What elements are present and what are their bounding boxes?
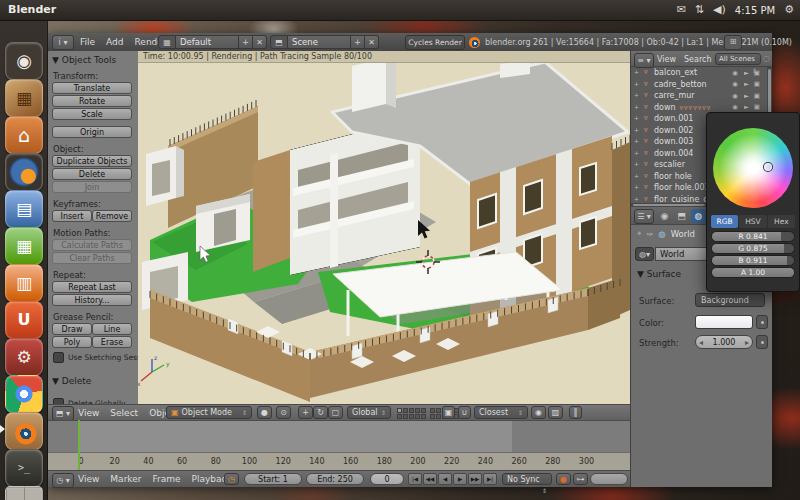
expand-icon[interactable]: + bbox=[634, 195, 639, 202]
color-channel-slider[interactable]: B 0.911 bbox=[711, 255, 795, 266]
clear-paths-button[interactable]: Clear Paths bbox=[52, 252, 132, 264]
color-channel-slider[interactable]: A 1.00 bbox=[711, 267, 795, 278]
tab-world-icon[interactable]: ◍ bbox=[691, 209, 706, 223]
grease-line-button[interactable]: Line bbox=[92, 323, 132, 335]
timeline-tracks[interactable] bbox=[48, 420, 630, 452]
menu-item[interactable]: View bbox=[78, 408, 99, 418]
render-camera-icon[interactable]: ▣ bbox=[754, 69, 760, 77]
selectable-pointer-icon[interactable]: ► bbox=[744, 80, 749, 88]
timeline-ruler[interactable]: 0204060801001201401601802002202402602803… bbox=[48, 452, 630, 470]
render-engine-select[interactable]: Cycles Render bbox=[405, 35, 465, 50]
expand-icon[interactable]: + bbox=[634, 114, 639, 121]
outliner-item[interactable]: + ▿ balcon_ext ◉ ► ▣ bbox=[631, 67, 768, 79]
record-icon[interactable]: ● bbox=[556, 473, 571, 485]
menu-item[interactable]: Marker bbox=[110, 474, 141, 484]
surface-type-select[interactable]: Background bbox=[695, 293, 765, 307]
launcher-icon[interactable] bbox=[5, 301, 43, 339]
surface-panel-header[interactable]: ▼ Surface bbox=[637, 269, 681, 279]
rotate-button[interactable]: Rotate bbox=[52, 95, 132, 107]
playback-button[interactable]: ◀◀ bbox=[423, 473, 437, 485]
editor-type-icon[interactable]: ≡ ▾ bbox=[634, 53, 654, 68]
scene-name[interactable]: Scene bbox=[288, 35, 351, 49]
visibility-eye-icon[interactable]: ◉ bbox=[732, 69, 738, 77]
launcher-icon[interactable] bbox=[5, 449, 43, 487]
expand-icon[interactable]: + bbox=[634, 183, 639, 190]
playback-button[interactable]: ▶| bbox=[483, 473, 497, 485]
launcher-icon[interactable] bbox=[5, 227, 43, 265]
tab-scene-icon[interactable]: ⬒ bbox=[674, 209, 689, 223]
transform-orientation-select[interactable]: Global⇕ bbox=[347, 406, 391, 419]
launcher-icon[interactable] bbox=[5, 264, 43, 302]
expand-icon[interactable]: + bbox=[634, 149, 639, 156]
launcher-icon[interactable] bbox=[5, 42, 43, 80]
expand-icon[interactable]: + bbox=[634, 172, 639, 179]
pause-render-icon[interactable]: ‖ bbox=[569, 406, 582, 419]
filter-icon[interactable]: ◌ bbox=[763, 54, 770, 63]
session-gear-icon[interactable]: ⚙ bbox=[784, 0, 794, 20]
launcher-icon[interactable] bbox=[5, 116, 43, 154]
editor-type-icon[interactable]: ☰ ▾ bbox=[634, 209, 654, 224]
render-animation-icon[interactable]: ▨ bbox=[548, 406, 563, 419]
close-scene-button[interactable]: ✕ bbox=[365, 35, 379, 49]
screen-layout-selector[interactable]: ▦ Default + ✕ bbox=[158, 35, 267, 49]
launcher-icon[interactable] bbox=[5, 412, 43, 450]
origin-button[interactable]: Origin bbox=[52, 126, 132, 138]
scene-selector[interactable]: ⬒ Scene + ✕ bbox=[270, 35, 379, 49]
pivot-point-select[interactable]: ⊙ bbox=[276, 406, 291, 419]
expand-icon[interactable]: + bbox=[634, 160, 639, 167]
viewport-3d[interactable]: Time: 10:00.95 | Rendering | Path Tracin… bbox=[138, 51, 630, 404]
expand-icon[interactable]: + bbox=[634, 137, 639, 144]
sketching-session-checkbox[interactable]: Use Sketching Sessio bbox=[53, 352, 148, 363]
render-camera-icon[interactable]: ▣ bbox=[754, 80, 760, 88]
expand-icon[interactable]: + bbox=[634, 80, 639, 87]
clock-icon[interactable]: ◷ bbox=[224, 473, 239, 485]
wheel-cursor[interactable] bbox=[764, 163, 772, 171]
render-camera-icon[interactable]: ▣ bbox=[754, 103, 760, 111]
picker-tab[interactable]: RGB bbox=[711, 215, 738, 228]
launcher-icon[interactable] bbox=[5, 375, 43, 413]
menu-item[interactable]: Add bbox=[106, 37, 123, 47]
picker-tab[interactable]: Hex bbox=[768, 215, 795, 228]
render-camera-icon[interactable]: ▣ bbox=[754, 92, 760, 100]
menu-item[interactable]: View bbox=[78, 474, 99, 484]
strength-node-connector[interactable] bbox=[756, 335, 768, 349]
expand-icon[interactable]: + bbox=[634, 103, 639, 110]
manipulator-rotate-icon[interactable]: ↻ bbox=[313, 406, 328, 419]
editor-type-icon[interactable]: ⬒ ▾ bbox=[52, 406, 74, 421]
add-scene-button[interactable]: + bbox=[351, 35, 365, 49]
menu-item[interactable]: Frame bbox=[152, 474, 180, 484]
menu-item[interactable]: View bbox=[657, 55, 676, 64]
strength-slider[interactable]: ◂1.000▸ bbox=[695, 335, 753, 349]
grease-erase-button[interactable]: Erase bbox=[92, 336, 132, 348]
expand-icon[interactable]: + bbox=[634, 126, 639, 133]
editor-type-icon[interactable]: ◷ ▾ bbox=[52, 473, 74, 488]
menu-item[interactable]: Select bbox=[110, 408, 138, 418]
hsv-color-wheel[interactable] bbox=[713, 128, 793, 208]
viewport-shading-select[interactable]: ● bbox=[257, 406, 272, 419]
close-layout-button[interactable]: ✕ bbox=[253, 35, 267, 49]
sync-mode-select[interactable]: No Sync⇕ bbox=[502, 473, 552, 485]
menu-item[interactable]: File bbox=[80, 37, 95, 47]
launcher-icon[interactable] bbox=[5, 79, 43, 117]
render-opengl-icon[interactable]: ◉ bbox=[531, 406, 546, 419]
visibility-eye-icon[interactable]: ◉ bbox=[732, 92, 738, 100]
expand-icon[interactable]: + bbox=[634, 68, 639, 75]
tab-render-icon[interactable]: ◉ bbox=[657, 209, 672, 223]
playback-button[interactable]: ▶▶ bbox=[468, 473, 482, 485]
expand-icon[interactable]: + bbox=[634, 91, 639, 98]
calculate-paths-button[interactable]: Calculate Paths bbox=[52, 239, 132, 251]
grease-draw-button[interactable]: Draw bbox=[52, 323, 92, 335]
playback-button[interactable]: |◀ bbox=[408, 473, 422, 485]
launcher-icon[interactable] bbox=[5, 153, 43, 191]
window-toggle-icon[interactable]: ⊞ bbox=[724, 35, 742, 50]
add-layout-button[interactable]: + bbox=[239, 35, 253, 49]
playback-button[interactable]: ▶ bbox=[453, 473, 467, 485]
selectable-pointer-icon[interactable]: ► bbox=[744, 69, 749, 77]
color-node-connector[interactable] bbox=[756, 315, 768, 329]
current-frame-field[interactable]: 0 bbox=[370, 473, 404, 485]
clock[interactable]: 4:15 PM bbox=[735, 5, 775, 16]
grease-poly-button[interactable]: Poly bbox=[52, 336, 92, 348]
duplicate-button[interactable]: Duplicate Objects bbox=[52, 155, 132, 167]
world-color-swatch[interactable] bbox=[695, 315, 753, 329]
object-tools-panel-header[interactable]: ▼ Object Tools bbox=[52, 55, 116, 65]
